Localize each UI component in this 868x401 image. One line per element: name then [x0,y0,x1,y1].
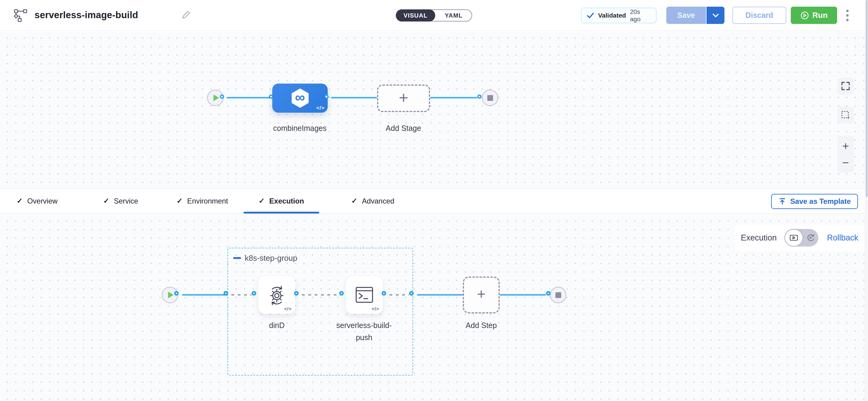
scrollbar-thumb[interactable] [866,0,868,197]
step-code-icon: </> [372,306,379,311]
run-label: Run [812,10,828,20]
kebab-dot [846,10,848,12]
port-end-in[interactable] [546,291,551,296]
run-button[interactable]: Run [791,7,837,24]
edge-addstage-to-end [430,97,477,98]
infinity-icon: ∞ [291,88,310,108]
add-step-button[interactable]: + [463,277,500,313]
chevron-down-icon [712,13,719,18]
stage-code-icon: </> [316,105,325,111]
kebab-dot [846,14,848,17]
pipeline-title: serverless-image-build [34,10,138,21]
pencil-icon [182,10,191,20]
validated-time: 20s ago [630,8,651,23]
rollback-view-toggle-button[interactable] [803,229,818,247]
pipeline-icon [13,9,28,23]
gear-sync-icon [267,285,287,305]
tab-label: Advanced [362,197,394,205]
edge-group-to-addstep [417,294,463,296]
add-stage-label: Add Stage [358,124,449,133]
check-icon: ✓ [259,196,265,205]
plus-icon: + [399,89,408,106]
kebab-dot [846,19,848,21]
upload-template-icon [778,197,786,205]
port-dind-in[interactable] [252,291,256,296]
execution-view-toggle-button[interactable] [784,229,803,247]
vertical-scrollbar[interactable] [865,0,868,401]
execution-view-icon [789,234,798,242]
visual-yaml-toggle: VISUAL YAML [396,9,472,22]
tab-label: Service [114,197,138,205]
validated-badge[interactable]: Validated 20s ago [581,7,657,23]
port-end-in[interactable] [477,94,482,99]
collapse-group-button[interactable] [233,257,241,259]
tab-environment[interactable]: ✓ Environment [161,189,243,214]
port-serverless-out[interactable] [382,291,386,296]
save-button[interactable]: Save [666,7,706,24]
marquee-select-icon [841,110,850,120]
edit-title-button[interactable] [182,10,191,21]
run-play-icon [800,11,809,20]
toggle-yaml[interactable]: YAML [435,9,472,22]
studio-header: serverless-image-build VISUAL YAML Valid… [0,0,868,31]
execution-mode-label: Execution [741,233,777,243]
step-node-dind[interactable]: </> [258,276,295,314]
fullscreen-button[interactable] [837,78,854,94]
ci-stage-hexagon-icon: ∞ [291,88,310,108]
edge-stage-to-addstage [331,97,377,98]
check-icon [587,12,594,19]
step-label-dind: dinD [247,319,307,331]
tab-overview[interactable]: ✓ Overview [1,189,73,214]
start-play-icon [168,292,174,298]
check-icon: ✓ [351,196,358,205]
port-group-out[interactable] [409,291,414,296]
port-group-in[interactable] [223,291,228,296]
pipeline-end-node [482,90,498,106]
start-play-icon [214,94,219,101]
more-options-button[interactable] [843,7,852,24]
rollback-view-icon [807,234,815,242]
edge-serverless-to-groupout [390,294,409,296]
stop-square-icon [487,95,493,101]
step-group-label: k8s-step-group [245,253,297,263]
execution-end-node [550,287,566,303]
port-stage-out[interactable] [324,94,329,99]
edge-start-to-group [182,294,227,296]
stage-label: combineImages [254,124,345,133]
zoom-out-button[interactable]: − [842,154,849,171]
add-stage-button[interactable]: + [377,85,430,112]
toggle-visual[interactable]: VISUAL [396,9,435,22]
edge-start-to-stage [226,97,272,98]
tab-execution[interactable]: ✓ Execution [244,189,319,214]
edge-groupin-to-dind [231,294,252,296]
tab-label: Execution [269,197,304,205]
save-as-template-button[interactable]: Save as Template [771,194,858,209]
save-split-button: Save [666,7,724,24]
stage-canvas[interactable]: ∞ </> + combineImages Add Stage [0,31,868,188]
execution-canvas[interactable]: Execution Rollback [0,214,868,401]
discard-button[interactable]: Discard [732,7,786,24]
execution-rollback-toggle[interactable] [784,229,818,247]
validated-status: Validated [598,12,626,19]
fullscreen-icon [841,82,850,91]
port-start-out[interactable] [220,94,224,99]
step-node-serverless-build-push[interactable]: </> [346,276,383,314]
check-icon: ✓ [17,196,23,205]
port-start-out[interactable] [174,291,179,296]
tab-advanced[interactable]: ✓ Advanced [336,189,409,214]
step-label-serverless: serverless-build-push [334,319,394,343]
edge-addstep-to-end [500,294,546,296]
stage-node-combineimages[interactable]: ∞ </> [272,84,328,113]
rollback-link[interactable]: Rollback [827,233,858,243]
port-dind-out[interactable] [294,291,299,296]
port-serverless-in[interactable] [339,291,344,296]
save-dropdown-button[interactable] [706,7,724,24]
tab-label: Overview [27,197,58,205]
check-icon: ✓ [103,196,109,205]
execution-mode-bar: Execution Rollback [735,225,864,251]
zoom-in-button[interactable]: + [842,137,849,154]
marquee-select-button[interactable] [837,106,854,124]
step-group-container[interactable]: k8s-step-group [227,248,413,376]
port-stage-in[interactable] [269,94,273,99]
tab-service[interactable]: ✓ Service [88,189,153,214]
